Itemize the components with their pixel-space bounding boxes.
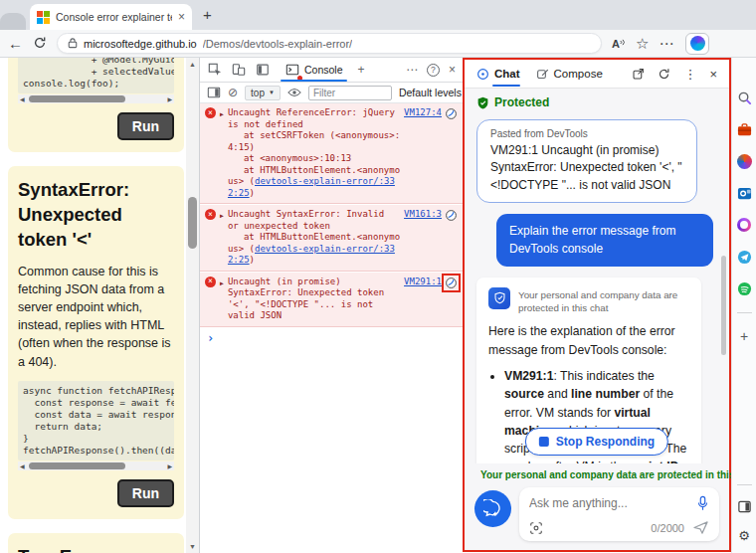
copilot-explain-icon[interactable] bbox=[445, 107, 458, 120]
device-emulation-icon[interactable] bbox=[231, 63, 246, 78]
vm-source-link[interactable]: VM161:3 bbox=[404, 209, 442, 221]
copilot-footer: Your personal and company data are prote… bbox=[465, 463, 729, 550]
kebab-menu-icon[interactable]: ⋮ bbox=[683, 68, 696, 81]
context-selector[interactable]: top ▼ bbox=[245, 86, 281, 100]
message-input-card[interactable]: 0/2000 bbox=[519, 487, 719, 541]
code-block: + @Model.MyGuid+'&lang + selectedValue; … bbox=[18, 58, 174, 93]
inspect-element-icon[interactable] bbox=[207, 63, 222, 78]
expand-triangle-icon[interactable]: ▶ bbox=[220, 278, 224, 322]
tab-stub bbox=[0, 13, 26, 30]
spotify-icon[interactable] bbox=[736, 280, 752, 296]
copilot-explain-icon[interactable] bbox=[445, 209, 458, 222]
compose-icon bbox=[536, 68, 549, 81]
console-filter-input[interactable] bbox=[308, 86, 392, 100]
horizontal-scrollbar[interactable]: ◀ ▶ bbox=[18, 94, 174, 103]
page-scrollbar[interactable]: ▲ ▼ bbox=[186, 58, 199, 553]
navigation-bar: ← microsoftedge.github.io/Demos/devtools… bbox=[0, 30, 756, 58]
console-error-row: × ▶ Uncaught ReferenceError: jQuery is n… bbox=[200, 103, 463, 204]
favorites-star-icon[interactable]: ☆ bbox=[636, 36, 649, 51]
copilot-sidebar: Chat Compose ⋮ × Protected bbox=[463, 58, 731, 552]
search-icon[interactable] bbox=[736, 90, 752, 105]
address-bar[interactable]: microsoftedge.github.io/Demos/devtools-e… bbox=[57, 33, 602, 54]
scrollbar-thumb[interactable] bbox=[29, 462, 125, 469]
devtools-more-icon[interactable]: ⋯ bbox=[406, 64, 418, 76]
sidebar-toggle-icon[interactable] bbox=[736, 498, 752, 514]
settings-gear-icon[interactable]: ⚙ bbox=[736, 527, 752, 543]
devtools-panel: Console + ⋯ ? × ⊘ top ▼ Default levels ⚙ bbox=[199, 58, 463, 553]
tools-icon[interactable] bbox=[736, 121, 752, 137]
protected-label: Protected bbox=[494, 95, 549, 109]
outlook-icon[interactable] bbox=[736, 185, 752, 201]
browser-tab[interactable]: Console error explainer test page × bbox=[30, 4, 192, 30]
tab-console[interactable]: Console bbox=[279, 58, 349, 82]
privacy-caption: Your personal and company data are prote… bbox=[518, 287, 689, 314]
back-icon[interactable]: ← bbox=[8, 36, 23, 51]
tab-close-icon[interactable]: × bbox=[178, 11, 185, 23]
vm-source-link[interactable]: VM291:1 bbox=[404, 276, 442, 288]
open-in-window-icon[interactable] bbox=[632, 68, 645, 81]
clear-console-icon[interactable]: ⊘ bbox=[228, 87, 238, 98]
pasted-context-card: Pasted from DevTools VM291:1 Uncaught (i… bbox=[476, 119, 697, 203]
expand-triangle-icon[interactable]: ▶ bbox=[220, 211, 224, 267]
close-sidebar-icon[interactable]: × bbox=[709, 68, 717, 81]
add-devtools-tab-icon[interactable]: + bbox=[358, 64, 365, 76]
console-prompt[interactable]: › bbox=[200, 328, 463, 350]
scroll-right-icon[interactable]: ▶ bbox=[165, 95, 174, 102]
devtools-tab-bar: Console + ⋯ ? × bbox=[200, 58, 463, 83]
scrollbar-thumb[interactable] bbox=[29, 95, 125, 102]
tab-chat[interactable]: Chat bbox=[476, 60, 520, 88]
activity-bar-icon[interactable] bbox=[255, 63, 270, 78]
new-topic-button[interactable] bbox=[474, 490, 511, 527]
horizontal-scrollbar[interactable]: ◀ ▶ bbox=[18, 461, 174, 470]
tab-compose[interactable]: Compose bbox=[536, 60, 603, 88]
sidebar-divider bbox=[737, 484, 752, 485]
privacy-shield-icon bbox=[488, 287, 510, 309]
copilot-icon bbox=[690, 36, 705, 51]
run-button[interactable]: Run bbox=[117, 479, 174, 507]
expand-triangle-icon[interactable]: ▶ bbox=[220, 109, 224, 199]
chat-icon bbox=[476, 68, 489, 81]
scroll-down-icon[interactable]: ▼ bbox=[189, 540, 196, 553]
microsoft365-icon[interactable] bbox=[736, 153, 752, 169]
copilot-sidebar-button[interactable] bbox=[685, 33, 709, 55]
refresh-chat-icon[interactable] bbox=[658, 68, 670, 81]
browser-window: Console error explainer test page × + ← … bbox=[0, 0, 756, 553]
scroll-left-icon[interactable]: ◀ bbox=[18, 462, 27, 469]
edge-sidebar: + ⚙ bbox=[731, 58, 756, 553]
vm-source-link[interactable]: VM127:4 bbox=[404, 107, 442, 119]
loop-icon[interactable] bbox=[736, 217, 752, 233]
live-expression-eye-icon[interactable] bbox=[287, 86, 301, 100]
ask-input[interactable] bbox=[529, 496, 696, 510]
microphone-icon[interactable] bbox=[696, 495, 709, 511]
card-heading: SyntaxError: Unexpected token '<' bbox=[18, 178, 174, 253]
shield-check-icon bbox=[476, 96, 489, 109]
scrollbar-thumb[interactable] bbox=[188, 197, 197, 249]
new-tab-button[interactable]: + bbox=[203, 6, 212, 23]
scroll-up-icon[interactable]: ▲ bbox=[189, 58, 196, 71]
type-error-card: TypeError: Cannot read property 'addEven… bbox=[8, 533, 184, 553]
more-options-icon[interactable]: ⋯ bbox=[659, 36, 673, 51]
url-path: /Demos/devtools-explain-error/ bbox=[203, 38, 352, 50]
chat-scrollbar[interactable] bbox=[721, 256, 726, 355]
devtools-help-icon[interactable]: ? bbox=[427, 64, 440, 77]
screenshot-icon[interactable] bbox=[529, 521, 543, 535]
send-icon[interactable] bbox=[692, 520, 709, 535]
refresh-icon[interactable] bbox=[33, 36, 47, 52]
run-button[interactable]: Run bbox=[117, 112, 174, 140]
copilot-explain-icon[interactable] bbox=[445, 276, 458, 289]
privacy-footer-note: Your personal and company data are prote… bbox=[474, 469, 719, 480]
drop-icon[interactable] bbox=[736, 249, 752, 265]
stop-responding-button[interactable]: Stop Responding bbox=[525, 428, 668, 456]
scroll-left-icon[interactable]: ◀ bbox=[18, 95, 27, 102]
console-error-row: × ▶ Uncaught (in promise) SyntaxError: U… bbox=[200, 273, 463, 327]
error-icon: × bbox=[205, 209, 216, 220]
devtools-close-icon[interactable]: × bbox=[449, 64, 456, 76]
active-tab-underline bbox=[492, 85, 520, 88]
scroll-right-icon[interactable]: ▶ bbox=[165, 462, 174, 469]
console-sidebar-icon[interactable] bbox=[207, 86, 221, 100]
webpage-content: + @Model.MyGuid+'&lang + selectedValue; … bbox=[0, 58, 199, 553]
read-aloud-icon[interactable]: A bbox=[612, 38, 626, 50]
new-chat-icon bbox=[483, 499, 502, 518]
add-app-icon[interactable]: + bbox=[740, 329, 748, 343]
default-levels-selector[interactable]: Default levels bbox=[399, 87, 462, 98]
